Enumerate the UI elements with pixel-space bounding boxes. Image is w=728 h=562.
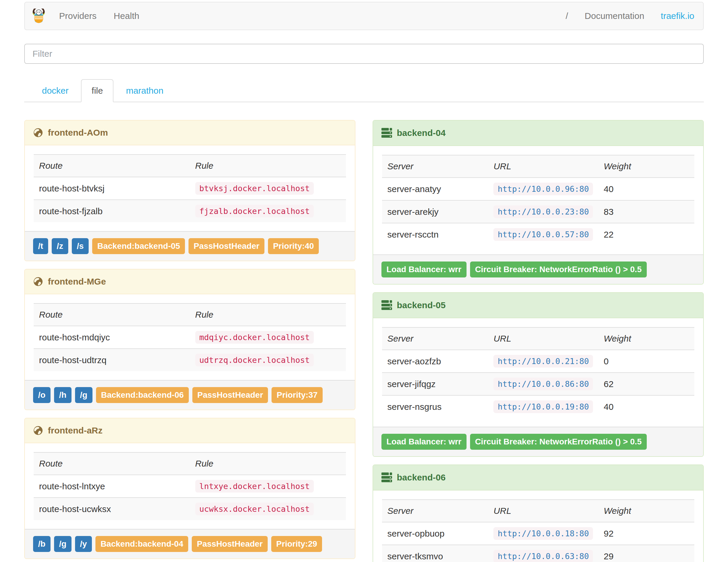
nav-link-health[interactable]: Health xyxy=(114,11,139,21)
route-name: route-host-lntxye xyxy=(34,475,190,498)
server-name: server-anatyy xyxy=(382,178,488,200)
backend-card-body: Server URL Weight server-anatyy http://1… xyxy=(373,146,703,254)
backend-card-footer: Load Balancer: wrr Circuit Breaker: Netw… xyxy=(373,254,703,284)
frontend-card-header: frontend-MGe xyxy=(25,269,355,294)
server-url[interactable]: http://10.0.0.57:80 xyxy=(493,228,593,241)
table-row: server-jifqgz http://10.0.0.86:80 62 xyxy=(382,373,694,395)
priority-badge: Priority:37 xyxy=(272,387,323,403)
entrypoint-badge: /b xyxy=(33,536,51,552)
server-weight: 22 xyxy=(598,223,694,246)
entrypoint-badge: /y xyxy=(75,536,92,552)
server-weight: 0 xyxy=(598,350,694,373)
provider-tabs: docker file marathon xyxy=(24,79,704,102)
server-url[interactable]: http://10.0.0.19:80 xyxy=(493,400,593,413)
server-url[interactable]: http://10.0.0.63:80 xyxy=(493,550,593,562)
table-row: server-opbuop http://10.0.0.18:80 92 xyxy=(382,522,694,545)
load-balancer-badge: Load Balancer: wrr xyxy=(381,261,467,277)
nav-link-documentation[interactable]: Documentation xyxy=(585,11,644,21)
backend-title: backend-04 xyxy=(397,128,446,138)
server-weight: 29 xyxy=(598,545,694,562)
frontend-card-body: Route Rule route-host-lntxye lntxye.dock… xyxy=(25,443,355,529)
server-weight: 83 xyxy=(598,200,694,223)
backend-card-header: backend-05 xyxy=(373,293,703,318)
backend-card-06: backend-06 Server URL Weight server-opbu… xyxy=(373,464,704,562)
filter-bar xyxy=(24,44,704,64)
frontend-card-header: frontend-aRz xyxy=(25,418,355,443)
globe-icon xyxy=(33,277,43,287)
frontend-card-body: Route Rule route-host-mdqiyc mdqiyc.dock… xyxy=(25,294,355,380)
nav-link-providers[interactable]: Providers xyxy=(59,11,97,21)
route-name: route-host-fjzalb xyxy=(34,200,190,222)
entrypoint-badge: /s xyxy=(72,238,89,254)
server-url[interactable]: http://10.0.0.21:80 xyxy=(493,355,593,368)
frontend-card-header: frontend-AOm xyxy=(25,121,355,145)
backend-card-header: backend-06 xyxy=(373,465,703,490)
circuit-breaker-badge: Circuit Breaker: NetworkErrorRatio () > … xyxy=(470,434,647,450)
globe-icon xyxy=(33,128,43,138)
col-url: URL xyxy=(488,155,598,178)
load-balancer-badge: Load Balancer: wrr xyxy=(381,434,467,450)
server-name: server-opbuop xyxy=(382,522,488,545)
route-rule: udtrzq.docker.localhost xyxy=(195,354,314,366)
backend-card-footer: Load Balancer: wrr Circuit Breaker: Netw… xyxy=(373,427,703,456)
nav-link-traefik-io[interactable]: traefik.io xyxy=(661,11,694,21)
backend-badge: Backend:backend-04 xyxy=(95,536,188,552)
col-weight: Weight xyxy=(598,155,694,178)
col-rule: Rule xyxy=(190,303,346,326)
navbar: Providers Health / Documentation traefik… xyxy=(24,2,704,30)
entrypoint-badge: /h xyxy=(54,387,71,403)
col-route: Route xyxy=(34,452,190,475)
server-name: server-tksmvo xyxy=(382,545,488,562)
col-server: Server xyxy=(382,327,488,350)
server-url[interactable]: http://10.0.0.23:80 xyxy=(493,205,593,218)
table-header-row: Route Rule xyxy=(34,452,346,475)
route-rule: btvksj.docker.localhost xyxy=(195,182,314,195)
server-name: server-rscctn xyxy=(382,223,488,246)
navbar-brand[interactable] xyxy=(32,9,45,23)
server-url[interactable]: http://10.0.0.86:80 xyxy=(493,378,593,390)
table-row: route-host-udtrzq udtrzq.docker.localhos… xyxy=(34,349,346,371)
passhostheader-badge: PassHostHeader xyxy=(189,238,264,254)
circuit-breaker-badge: Circuit Breaker: NetworkErrorRatio () > … xyxy=(470,261,647,277)
tab-file[interactable]: file xyxy=(81,79,113,102)
servers-icon xyxy=(381,472,392,483)
backend-title: backend-05 xyxy=(397,300,446,310)
frontend-title: frontend-MGe xyxy=(48,277,106,287)
tab-marathon[interactable]: marathon xyxy=(115,79,174,102)
table-row: server-anatyy http://10.0.0.96:80 40 xyxy=(382,178,694,200)
col-url: URL xyxy=(488,327,598,350)
priority-badge: Priority:40 xyxy=(268,238,319,254)
frontend-card-aRz: frontend-aRz Route Rule route-host-lntxy… xyxy=(24,418,355,559)
table-row: route-host-fjzalb fjzalb.docker.localhos… xyxy=(34,200,346,222)
table-header-row: Route Rule xyxy=(34,155,346,177)
table-row: server-rscctn http://10.0.0.57:80 22 xyxy=(382,223,694,246)
route-rule: ucwksx.docker.localhost xyxy=(195,503,314,515)
frontend-card-AOm: frontend-AOm Route Rule route-host-btvks… xyxy=(24,120,355,261)
col-url: URL xyxy=(488,500,598,522)
frontend-card-footer: /t /z /s Backend:backend-05 PassHostHead… xyxy=(25,231,355,261)
server-url[interactable]: http://10.0.0.96:80 xyxy=(493,183,593,195)
route-rule: fjzalb.docker.localhost xyxy=(195,205,314,217)
backend-card-header: backend-04 xyxy=(373,121,703,146)
nav-link-path[interactable]: / xyxy=(565,11,568,21)
route-rule: lntxye.docker.localhost xyxy=(195,480,314,493)
filter-input[interactable] xyxy=(24,44,704,64)
col-route: Route xyxy=(34,155,190,177)
frontends-column: frontend-AOm Route Rule route-host-btvks… xyxy=(24,120,355,559)
server-url[interactable]: http://10.0.0.18:80 xyxy=(493,527,593,540)
passhostheader-badge: PassHostHeader xyxy=(192,387,268,403)
table-row: server-aozfzb http://10.0.0.21:80 0 xyxy=(382,350,694,373)
server-name: server-jifqgz xyxy=(382,373,488,395)
frontend-card-footer: /o /h /g Backend:backend-06 PassHostHead… xyxy=(25,380,355,410)
col-server: Server xyxy=(382,155,488,178)
navbar-left-links: Providers Health xyxy=(59,11,139,21)
server-weight: 40 xyxy=(598,178,694,200)
page-container: Providers Health / Documentation traefik… xyxy=(24,2,704,562)
table-row: route-host-btvksj btvksj.docker.localhos… xyxy=(34,177,346,200)
tab-docker[interactable]: docker xyxy=(31,79,79,102)
route-name: route-host-mdqiyc xyxy=(34,326,190,349)
backend-card-05: backend-05 Server URL Weight server-aozf… xyxy=(373,292,704,457)
route-name: route-host-btvksj xyxy=(34,177,190,200)
entrypoint-badge: /t xyxy=(33,238,48,254)
passhostheader-badge: PassHostHeader xyxy=(192,536,268,552)
